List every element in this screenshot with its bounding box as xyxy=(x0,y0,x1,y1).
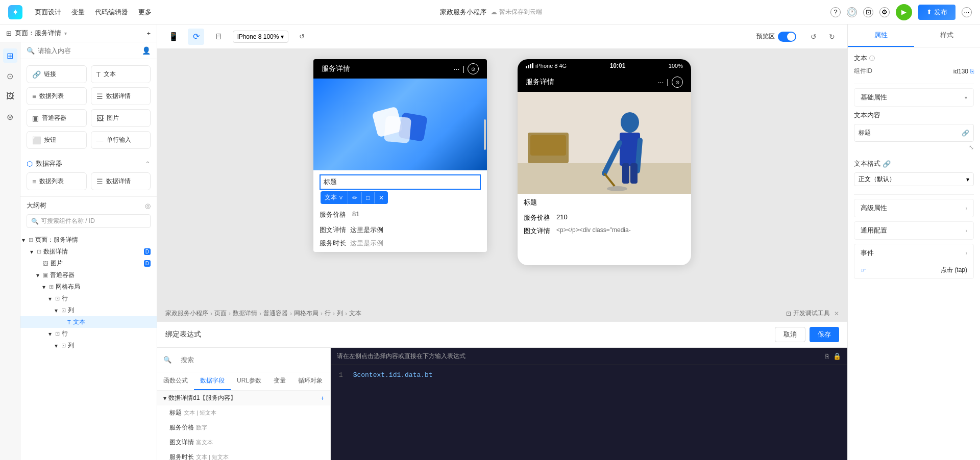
comp-button[interactable]: ⬜ 按钮 xyxy=(27,131,87,149)
comp-data-detail[interactable]: ☰ 数据详情 xyxy=(91,87,151,105)
field-duration[interactable]: 服务时长 文本 | 短文本 xyxy=(157,450,330,460)
sidebar-icon-data[interactable]: ⊙ xyxy=(3,69,17,83)
publish-button[interactable]: ⬆ 发布 xyxy=(918,5,955,20)
events-header[interactable]: 事件 › xyxy=(854,244,973,262)
tree-toggle-row2[interactable]: ▾ xyxy=(47,331,53,337)
link-binding-icon[interactable]: 🔗 xyxy=(962,130,969,137)
toolbar-edit[interactable]: ✏ xyxy=(348,192,362,203)
format-select[interactable]: 正文（默认） ▾ xyxy=(854,172,974,186)
toolbar-type[interactable]: 文本 ∨ xyxy=(321,191,348,204)
binding-cancel-button[interactable]: 取消 xyxy=(775,327,805,342)
search-input[interactable] xyxy=(38,47,139,55)
breadcrumb-grid[interactable]: 网格布局 xyxy=(294,309,318,318)
nav-page-design[interactable]: 页面设计 xyxy=(35,8,61,17)
nav-more[interactable]: 更多 xyxy=(138,8,152,17)
cat-data-field[interactable]: 数据字段 xyxy=(194,372,231,390)
preview-button[interactable]: ⊡ xyxy=(863,7,873,17)
page-title-bar[interactable]: ⊞ 页面：服务详情 ▾ + xyxy=(0,24,157,42)
comp-input[interactable]: — 单行输入 xyxy=(91,131,151,149)
preview-toggle-switch[interactable] xyxy=(778,32,796,42)
field-title[interactable]: 标题 文本 | 短文本 xyxy=(157,405,330,420)
field-group-header[interactable]: ▾ 数据详情d1【服务内容】 + xyxy=(157,391,330,405)
binding-search-input[interactable] xyxy=(175,352,324,368)
tree-item-row2[interactable]: ▾ ⊡ 行 xyxy=(20,328,157,340)
comp-text[interactable]: T 文本 xyxy=(91,65,151,83)
text-format-link-icon[interactable]: 🔗 xyxy=(883,160,891,168)
nav-code-editor[interactable]: 代码编辑器 xyxy=(95,8,128,17)
tree-item-image[interactable]: ▾ 🖼 图片 D xyxy=(20,258,157,269)
text-content-area[interactable]: 标题 🔗 xyxy=(854,124,974,142)
breadcrumb-text[interactable]: 文本 xyxy=(349,309,361,318)
help-button[interactable]: ? xyxy=(830,7,841,17)
history-button[interactable]: 🕐 xyxy=(847,7,857,17)
tree-item-col1[interactable]: ▾ ⊡ 列 xyxy=(20,304,157,316)
tree-toggle-grid[interactable]: ▾ xyxy=(41,284,47,290)
breadcrumb-data-detail[interactable]: 数据详情 xyxy=(233,309,257,318)
lock-code-icon[interactable]: 🔒 xyxy=(833,352,841,360)
mobile-view-btn[interactable]: 📱 xyxy=(165,29,182,45)
tree-toggle-container[interactable]: ▾ xyxy=(35,272,41,278)
field-price[interactable]: 服务价格 数字 xyxy=(157,420,330,435)
breadcrumb-row[interactable]: 行 xyxy=(325,309,331,318)
copy-code-icon[interactable]: ⎘ xyxy=(825,352,829,360)
tree-toggle-page[interactable]: ▾ xyxy=(20,237,27,243)
comp-container[interactable]: ▣ 普通容器 xyxy=(27,109,87,127)
tree-toggle-col1[interactable]: ▾ xyxy=(53,308,59,314)
breadcrumb-container[interactable]: 普通容器 xyxy=(263,309,288,318)
comp-image[interactable]: 🖼 图片 xyxy=(91,109,151,127)
basic-props-header[interactable]: 基础属性 ▾ xyxy=(854,89,973,106)
device-select[interactable]: iPhone 8 100% ▾ xyxy=(233,31,288,43)
settings-button[interactable]: ⚙ xyxy=(879,7,890,17)
tree-toggle-data-detail[interactable]: ▾ xyxy=(29,249,35,255)
redo-button[interactable]: ↻ xyxy=(825,30,839,44)
tablet-view-btn[interactable]: 🖥 xyxy=(210,29,227,45)
run-button[interactable]: ▶ xyxy=(896,4,912,20)
breadcrumb-page[interactable]: 页面 xyxy=(214,309,227,318)
breadcrumb-col[interactable]: 列 xyxy=(337,309,343,318)
nav-variable[interactable]: 变量 xyxy=(71,8,85,17)
event-tap[interactable]: ☞ 点击 (tap) xyxy=(854,262,973,278)
dev-tools-button[interactable]: ⊡ 开发调试工具 xyxy=(786,309,830,318)
tree-item-row1[interactable]: ▾ ⊡ 行 xyxy=(20,293,157,304)
binding-save-button[interactable]: 保存 xyxy=(810,327,839,342)
data-container-collapse[interactable]: ⌃ xyxy=(145,160,151,168)
comp-link[interactable]: 🔗 链接 xyxy=(27,65,87,83)
tree-item-col2[interactable]: ▾ ⊡ 列 xyxy=(20,340,157,351)
phone-frame-btn[interactable]: ⟳ xyxy=(188,29,204,45)
tree-item-page[interactable]: ▾ ⊞ 页面：服务详情 xyxy=(20,234,157,246)
comp-data-list[interactable]: ≡ 数据列表 xyxy=(27,87,87,105)
tab-props[interactable]: 属性 xyxy=(848,24,914,47)
cat-url-param[interactable]: URL参数 xyxy=(231,372,267,390)
close-dev-tools[interactable]: ✕ xyxy=(834,310,839,317)
undo-button[interactable]: ↺ xyxy=(806,30,821,44)
cat-loop[interactable]: 循环对象 xyxy=(292,372,329,390)
common-config-header[interactable]: 通用配置 › xyxy=(854,222,973,239)
refresh-button[interactable]: ↺ xyxy=(295,30,309,44)
toolbar-copy[interactable]: □ xyxy=(362,192,374,203)
tab-styles[interactable]: 样式 xyxy=(914,24,981,47)
sidebar-icon-pages[interactable]: ⊞ xyxy=(3,48,17,63)
comp-data-list2[interactable]: ≡ 数据列表 xyxy=(27,172,87,190)
tree-toggle-col2[interactable]: ▾ xyxy=(53,343,59,349)
comp-data-detail2[interactable]: ☰ 数据详情 xyxy=(91,172,151,190)
more-button[interactable]: ··· xyxy=(962,7,972,17)
sidebar-icon-events[interactable]: ⊛ xyxy=(3,110,17,124)
expand-icon[interactable]: ⤡ xyxy=(969,144,974,151)
tree-toggle-row1[interactable]: ▾ xyxy=(47,296,53,302)
breadcrumb-app[interactable]: 家政服务小程序 xyxy=(165,309,208,318)
cat-formula[interactable]: 函数公式 xyxy=(157,372,194,390)
tree-item-grid[interactable]: ▾ ⊞ 网格布局 xyxy=(20,281,157,293)
toolbar-delete[interactable]: ✕ xyxy=(375,192,388,203)
field-image-detail[interactable]: 图文详情 富文本 xyxy=(157,435,330,450)
advanced-props-header[interactable]: 高级属性 › xyxy=(854,199,973,217)
cat-variable[interactable]: 变量 xyxy=(267,372,292,390)
copy-id-icon[interactable]: ⎘ xyxy=(970,68,974,75)
search-component[interactable]: 🔍 可搜索组件名称 / ID xyxy=(27,214,151,228)
tree-item-container[interactable]: ▾ ▣ 普通容器 xyxy=(20,269,157,281)
add-page-button[interactable]: + xyxy=(146,30,151,37)
title-selected-element[interactable]: 标题 文本 ∨ ✏ □ ✕ xyxy=(320,174,481,190)
add-field-icon[interactable]: + xyxy=(321,395,324,402)
tree-item-text[interactable]: ▾ T 文本 xyxy=(20,316,157,328)
tree-item-data-detail[interactable]: ▾ ⊡ 数据详情 D xyxy=(20,246,157,258)
sidebar-icon-image[interactable]: 🖼 xyxy=(3,89,17,104)
